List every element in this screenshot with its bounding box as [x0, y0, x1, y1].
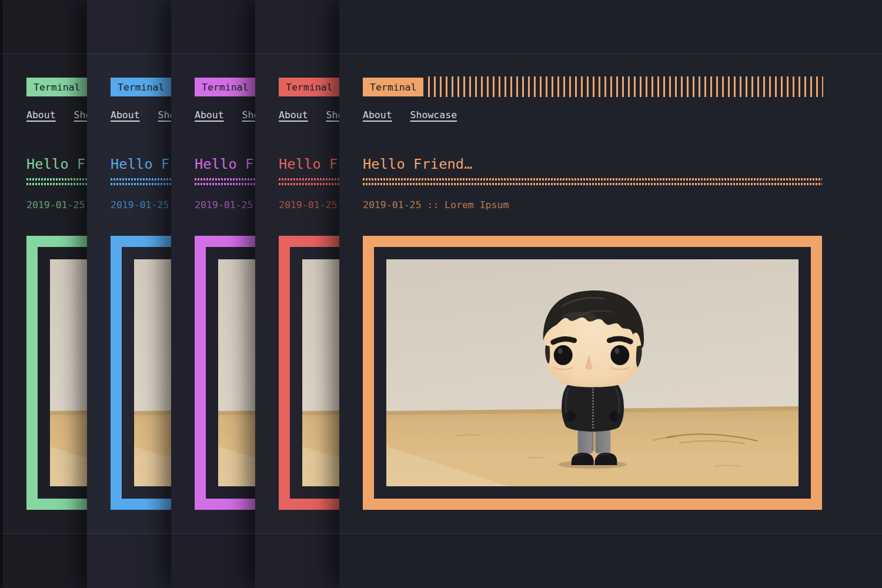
- nav-link-about[interactable]: About: [279, 109, 308, 121]
- post-cover-frame: [363, 236, 822, 510]
- site-logo-label: Terminal: [202, 82, 248, 93]
- header-bars-decoration: [428, 76, 823, 97]
- bottom-rule-line: [0, 533, 882, 534]
- theme-showcase-canvas: Terminal About Showcase Hello Friend… 20…: [0, 0, 882, 588]
- site-logo[interactable]: Terminal: [195, 78, 255, 96]
- nav-link-about[interactable]: About: [363, 109, 392, 121]
- site-logo[interactable]: Terminal: [279, 78, 339, 96]
- site-logo-label: Terminal: [34, 82, 80, 93]
- site-logo-label: Terminal: [118, 82, 164, 93]
- nav-link-showcase[interactable]: Showcase: [410, 109, 457, 121]
- main-nav: About Showcase: [363, 109, 469, 121]
- funko-pop-photo: [386, 259, 799, 486]
- top-rule-line: [0, 54, 882, 54]
- site-logo[interactable]: Terminal: [111, 78, 171, 96]
- nav-link-about[interactable]: About: [111, 109, 140, 121]
- post-title-link[interactable]: Hello Friend…: [363, 156, 473, 172]
- site-logo[interactable]: Terminal: [26, 78, 87, 96]
- top-dim-strip: [0, 0, 882, 54]
- nav-link-about[interactable]: About: [26, 109, 56, 121]
- site-logo-label: Terminal: [370, 82, 416, 93]
- bottom-dim-strip: [0, 534, 882, 588]
- site-logo-label: Terminal: [286, 82, 332, 93]
- theme-panel-orange: Terminal About Showcase Hello Friend… 20…: [339, 0, 882, 588]
- nav-link-about[interactable]: About: [195, 109, 224, 121]
- site-logo[interactable]: Terminal: [363, 78, 423, 96]
- post-meta: 2019-01-25 :: Lorem Ipsum: [363, 199, 509, 211]
- dotted-separator: [363, 178, 822, 185]
